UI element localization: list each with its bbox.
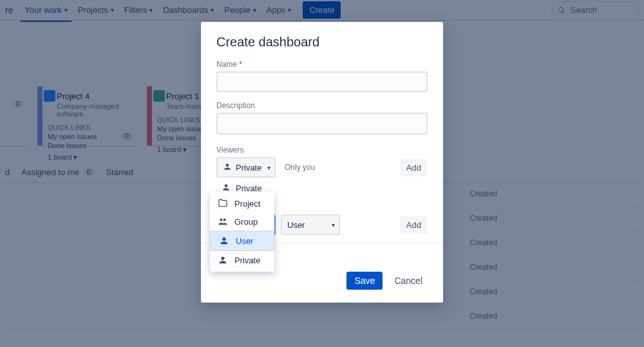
project-card[interactable]: ftware 0: [0, 86, 28, 145]
nav-people[interactable]: People▾: [220, 3, 260, 17]
count-badge: 0: [12, 100, 23, 108]
modal-title: Create dashboard: [216, 35, 428, 50]
add-editor-button[interactable]: Add: [400, 216, 428, 234]
dropdown-label: Private: [234, 256, 260, 265]
dropdown-item-project[interactable]: Project: [210, 194, 274, 212]
person-icon: [219, 236, 229, 246]
created-col: Created: [469, 189, 497, 200]
chevron-down-icon: ▾: [64, 6, 68, 14]
nav-your-work[interactable]: Your work▾: [21, 3, 71, 17]
create-button[interactable]: Create: [303, 1, 341, 19]
link-done-issues[interactable]: Done issues: [48, 142, 133, 149]
tab-assigned[interactable]: Assigned to me0: [21, 167, 94, 177]
boards-dropdown[interactable]: 1 board ▾: [48, 153, 133, 162]
quick-links-label: QUICK LINKS: [48, 124, 133, 131]
dropdown-item-user[interactable]: User: [210, 230, 274, 251]
count-badge: 0: [83, 169, 95, 176]
created-col: Created: [469, 238, 497, 249]
nav-projects[interactable]: Projects▾: [74, 3, 118, 17]
description-label: Description: [216, 101, 428, 110]
save-button[interactable]: Save: [346, 272, 383, 290]
nav-filters[interactable]: Filters▾: [120, 3, 156, 17]
count-badge: 0: [121, 133, 133, 140]
project-name: Project 4: [57, 91, 133, 101]
name-input[interactable]: [216, 71, 428, 92]
project-sub: Company-managed software: [57, 102, 133, 118]
chevron-down-icon: ▾: [288, 6, 291, 14]
tab-item[interactable]: d: [5, 167, 10, 177]
table-row[interactable]: Created: [5, 305, 639, 330]
top-nav: re Your work▾ Projects▾ Filters▾ Dashboa…: [0, 0, 644, 21]
dropdown-label: Group: [234, 217, 258, 227]
person-icon: [223, 162, 232, 173]
viewers-label: Viewers: [216, 145, 428, 155]
nav-dashboards[interactable]: Dashboards▾: [159, 3, 218, 17]
person-icon: [218, 255, 228, 265]
created-col: Created: [469, 214, 497, 225]
tab-starred[interactable]: Starred: [106, 167, 133, 177]
folder-icon: [218, 198, 228, 209]
project-icon: [44, 90, 55, 102]
dropdown-label: User: [236, 236, 253, 246]
project-card[interactable]: Project 4 Company-managed software QUICK…: [37, 86, 138, 145]
brand: re: [5, 5, 13, 15]
editors-type-dropdown: Project Group User Private: [210, 192, 274, 272]
chevron-down-icon: ▾: [267, 164, 270, 171]
created-col: Created: [469, 287, 497, 298]
name-label: Name: [216, 60, 428, 69]
description-input[interactable]: [216, 113, 428, 135]
editors-user-value: User: [287, 220, 305, 230]
chevron-down-icon: ▾: [149, 6, 153, 14]
created-col: Created: [469, 263, 497, 274]
created-col: Created: [469, 312, 497, 323]
search-input[interactable]: [569, 5, 633, 15]
group-icon: [218, 216, 228, 227]
dropdown-item-private[interactable]: Private: [210, 251, 274, 269]
chevron-down-icon: ▾: [111, 6, 114, 14]
dropdown-item-group[interactable]: Group: [210, 212, 274, 230]
add-viewer-button[interactable]: Add: [400, 159, 428, 176]
viewers-hint: Only you: [285, 163, 315, 172]
chevron-down-icon: ▾: [253, 6, 256, 14]
link-open-issues[interactable]: My open issues0: [48, 133, 133, 140]
project-sub: ftware: [0, 91, 23, 99]
project-icon: [153, 90, 165, 102]
viewers-value: Private: [236, 163, 261, 173]
editors-user-select[interactable]: User ▾: [281, 214, 340, 235]
cancel-button[interactable]: Cancel: [389, 272, 428, 290]
search-box[interactable]: [552, 1, 639, 19]
chevron-down-icon: ▾: [211, 6, 214, 14]
search-icon: [558, 6, 565, 15]
nav-apps[interactable]: Apps▾: [263, 3, 296, 17]
dropdown-label: Project: [234, 199, 260, 209]
chevron-down-icon: ▾: [332, 221, 335, 229]
viewers-select[interactable]: Private ▾: [216, 157, 276, 178]
